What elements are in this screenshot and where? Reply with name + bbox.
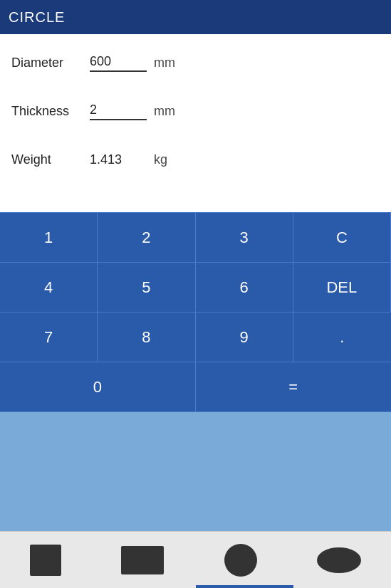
key-3[interactable]: 3 [196,213,293,263]
light-blue-area [0,412,391,537]
circle-icon [224,544,257,577]
key-c[interactable]: C [293,213,391,263]
diameter-unit: mm [154,56,175,70]
nav-circle[interactable] [224,544,257,577]
nav-ellipse[interactable] [317,547,361,573]
app-title: CIRCLE [9,9,65,26]
nav-square[interactable] [30,545,61,576]
weight-unit: kg [154,152,167,167]
key-4[interactable]: 4 [0,263,98,313]
key-6[interactable]: 6 [196,263,293,313]
key-dot[interactable]: . [293,313,391,362]
diameter-row: Diameter 600 mm [11,46,380,80]
thickness-label: Thickness [11,104,90,119]
keypad-bottom-row: 0 = [0,362,391,412]
key-8[interactable]: 8 [98,313,195,362]
bottom-nav [0,531,391,588]
key-0[interactable]: 0 [0,362,196,412]
nav-active-indicator [196,585,293,588]
key-7[interactable]: 7 [0,313,98,362]
form-area: Diameter 600 mm Thickness 2 mm Weight 1.… [0,34,391,177]
thickness-value[interactable]: 2 [90,103,147,120]
diameter-value[interactable]: 600 [90,54,147,72]
thickness-row: Thickness 2 mm [11,94,380,128]
key-2[interactable]: 2 [98,213,195,263]
weight-row: Weight 1.413 kg [11,142,380,177]
weight-value: 1.413 [90,152,147,167]
nav-rectangle[interactable] [121,546,164,574]
keypad-grid: 1 2 3 C 4 5 6 DEL 7 8 9 . [0,212,391,362]
diameter-label: Diameter [11,56,90,70]
keypad: 1 2 3 C 4 5 6 DEL 7 8 9 . 0 = [0,212,391,412]
app-header: CIRCLE [0,0,391,34]
ellipse-icon [317,547,361,573]
key-9[interactable]: 9 [196,313,293,362]
thickness-unit: mm [154,104,175,119]
square-icon [30,545,61,576]
rectangle-icon [121,546,164,574]
spacer [0,191,391,212]
key-5[interactable]: 5 [98,263,195,313]
key-del[interactable]: DEL [293,263,391,313]
key-equals[interactable]: = [196,362,392,412]
weight-label: Weight [11,152,90,167]
key-1[interactable]: 1 [0,213,98,263]
